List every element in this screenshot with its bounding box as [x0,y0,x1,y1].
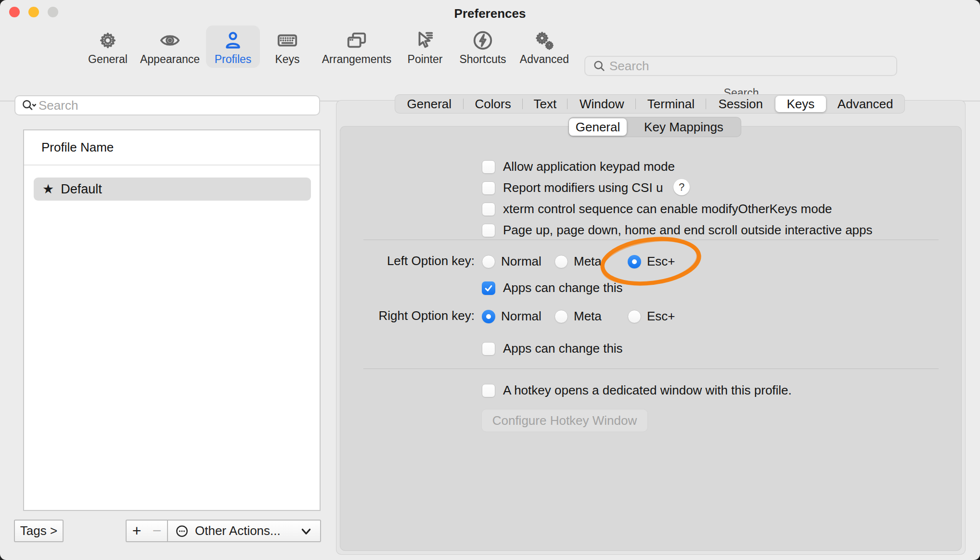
radio-checked[interactable] [482,310,495,323]
profile-name: Default [61,182,102,197]
checkbox-label: Report modifiers using CSI u [503,180,663,195]
circle-ellipsis-icon [175,524,189,538]
checkbox-unchecked[interactable] [482,384,495,397]
section-divider [363,240,939,240]
tab-keys[interactable]: Keys [775,96,826,112]
apps-can-change-left[interactable]: Apps can change this [482,280,623,295]
tab-terminal[interactable]: Terminal [636,95,706,113]
radio-right-normal[interactable]: Normal [482,309,542,324]
subtab-key-mappings[interactable]: Key Mappings [627,117,741,137]
tab-session[interactable]: Session [706,95,775,113]
radio-unchecked[interactable] [554,310,568,323]
right-option-key-label: Right Option key: [289,308,475,323]
radio-label: Meta [574,254,602,269]
checkbox-unchecked[interactable] [482,160,495,174]
checkbox-label: Allow application keypad mode [503,159,675,174]
toolbar-search-input[interactable] [606,59,896,74]
radio-label: Esc+ [647,309,675,324]
toolbar: General Appearance Profiles [0,25,980,76]
profile-search-input[interactable] [37,98,319,113]
profile-list: Profile Name ★ Default [23,129,321,511]
screen: Preferences General Appearance [0,0,980,560]
toolbar-item-advanced[interactable]: Advanced [506,25,583,73]
remove-profile-button[interactable]: − [147,520,168,542]
checkbox-label: A hotkey opens a dedicated window with t… [503,383,792,398]
profile-list-header: Profile Name [41,140,114,155]
radio-right-meta[interactable]: Meta [554,309,602,324]
toolbar-label: Keys [275,53,299,66]
profile-list-header-divider [24,165,320,165]
chevron-down-icon [300,527,312,537]
keys-subtab-bar: General Key Mappings [568,117,741,137]
toolbar-label: Shortcuts [459,53,506,66]
checkbox-unchecked[interactable] [482,203,495,216]
tab-window[interactable]: Window [567,95,636,113]
checkbox-row[interactable]: Report modifiers using CSI u [482,180,663,195]
lightning-icon [471,29,494,52]
toolbar-label: Appearance [140,53,200,66]
keyboard-icon [276,29,299,52]
checkbox-label: Apps can change this [503,280,623,295]
other-actions-dropdown[interactable]: Other Actions... [167,520,321,542]
person-icon [221,29,245,52]
check-icon [484,283,493,293]
toolbar-item-keys[interactable]: Keys [249,25,326,73]
checkbox-row[interactable]: Page up, page down, home and end scroll … [482,223,873,238]
apps-can-change-right[interactable]: Apps can change this [482,341,623,356]
gears-icon [533,29,556,52]
radio-label: Normal [501,309,542,324]
checkbox-unchecked[interactable] [482,181,495,195]
radio-label: Meta [574,309,602,324]
other-actions-label: Other Actions... [195,523,281,538]
profile-tab-bar: General Colors Text Window Terminal Sess… [395,94,905,114]
left-option-key-label: Left Option key: [289,254,475,268]
toolbar-label: Profiles [215,53,252,66]
checkbox-checked[interactable] [482,281,495,295]
checkbox-unchecked[interactable] [482,224,495,237]
toolbar-label: Advanced [520,53,569,66]
radio-checked[interactable] [628,255,641,268]
star-icon: ★ [42,181,54,197]
radio-left-esc[interactable]: Esc+ [628,254,675,269]
toolbar-label: General [88,53,128,66]
add-profile-button[interactable]: + [126,520,148,542]
help-button[interactable]: ? [673,179,690,195]
checkbox-row[interactable]: xterm control sequence can enable modify… [482,202,832,216]
tab-advanced[interactable]: Advanced [826,95,904,113]
hotkey-checkbox-row[interactable]: A hotkey opens a dedicated window with t… [482,383,792,398]
radio-left-normal[interactable]: Normal [482,254,542,269]
toolbar-label: Arrangements [322,53,391,66]
gear-icon [96,29,119,52]
subtab-general[interactable]: General [569,118,627,136]
checkbox-row[interactable]: Allow application keypad mode [482,159,675,174]
radio-right-esc[interactable]: Esc+ [628,309,675,324]
tags-button[interactable]: Tags > [14,520,64,542]
radio-label: Esc+ [647,254,675,269]
window-title: Preferences [0,0,980,25]
title-bar: Preferences [0,0,980,25]
tab-general[interactable]: General [395,95,464,113]
preferences-window: Preferences General Appearance [0,0,980,560]
tab-colors[interactable]: Colors [464,95,523,113]
search-icon [592,59,606,73]
profile-row-default[interactable]: ★ Default [34,178,311,201]
radio-unchecked[interactable] [554,255,568,268]
checkbox-unchecked[interactable] [482,342,495,356]
radio-unchecked[interactable] [482,255,495,268]
checkbox-label: xterm control sequence can enable modify… [503,202,832,216]
toolbar-item-arrangements[interactable]: Arrangements [318,25,395,73]
eye-icon [158,29,181,52]
checkbox-label: Apps can change this [503,341,623,356]
radio-unchecked[interactable] [628,310,641,323]
windows-icon [345,29,368,52]
toolbar-search-field[interactable] [584,56,897,76]
profile-search-field[interactable] [14,95,320,115]
cursor-icon [413,29,437,52]
toolbar-label: Pointer [408,53,443,66]
section-divider [363,369,939,369]
tab-text[interactable]: Text [523,95,568,113]
radio-label: Normal [501,254,542,269]
configure-hotkey-window-button: Configure Hotkey Window [481,409,648,432]
checkbox-label: Page up, page down, home and end scroll … [503,223,873,238]
radio-left-meta[interactable]: Meta [554,254,602,269]
